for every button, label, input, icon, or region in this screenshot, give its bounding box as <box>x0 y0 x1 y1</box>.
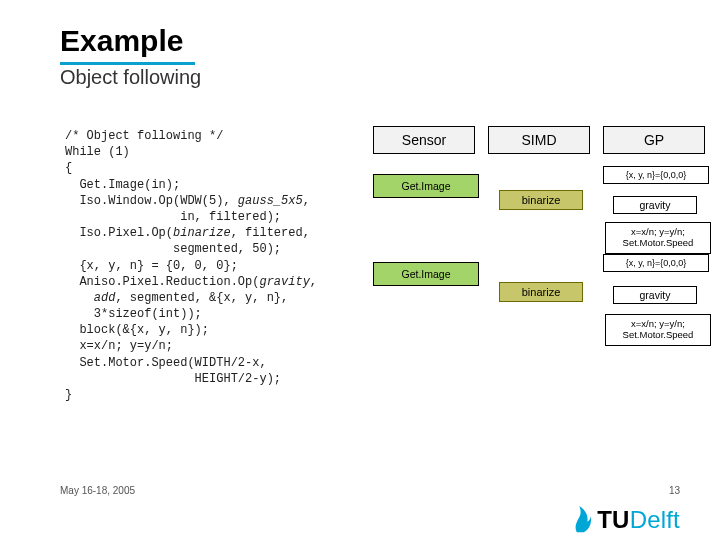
flame-icon <box>571 506 593 534</box>
node-getimage-2: Get.Image <box>373 262 479 286</box>
node-binarize-1: binarize <box>499 190 583 210</box>
slide-title: Example <box>60 24 183 58</box>
col-header-simd: SIMD <box>488 126 590 154</box>
col-header-gp: GP <box>603 126 705 154</box>
slide: Example Object following /* Object follo… <box>0 0 720 540</box>
col-header-sensor: Sensor <box>373 126 475 154</box>
node-gravity-2: gravity <box>613 286 697 304</box>
slide-subtitle: Object following <box>60 66 201 89</box>
node-init-2: {x, y, n}={0,0,0} <box>603 254 709 272</box>
node-math-1: x=x/n; y=y/n; Set.Motor.Speed <box>605 222 711 254</box>
node-getimage-1: Get.Image <box>373 174 479 198</box>
footer-page: 13 <box>669 485 680 496</box>
code-block: /* Object following */ While (1) { Get.I… <box>65 128 317 403</box>
logo-text: TUDelft <box>597 506 680 534</box>
node-init-1: {x, y, n}={0,0,0} <box>603 166 709 184</box>
tudelft-logo: TUDelft <box>571 506 680 534</box>
node-gravity-1: gravity <box>613 196 697 214</box>
title-underline <box>60 62 195 65</box>
footer-date: May 16-18, 2005 <box>60 485 135 496</box>
node-binarize-2: binarize <box>499 282 583 302</box>
node-math-2: x=x/n; y=y/n; Set.Motor.Speed <box>605 314 711 346</box>
